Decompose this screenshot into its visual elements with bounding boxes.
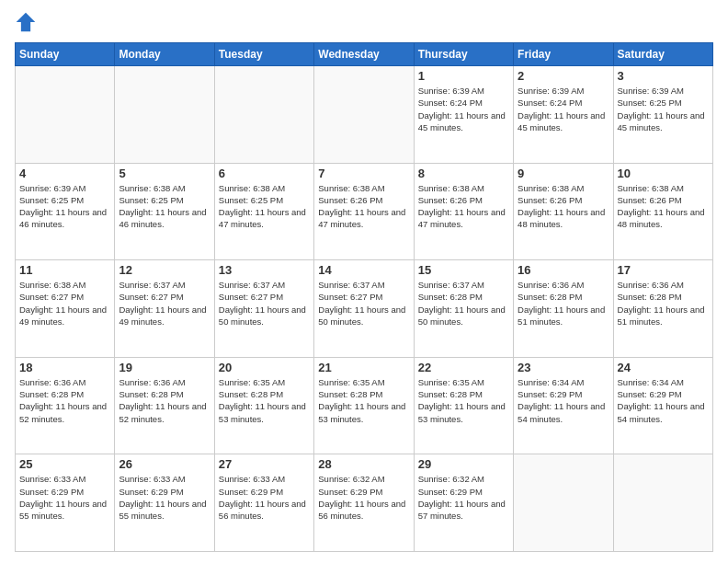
calendar-cell: 7Sunrise: 6:38 AMSunset: 6:26 PMDaylight… <box>314 163 414 260</box>
sun-info: Sunrise: 6:33 AMSunset: 6:29 PMDaylight:… <box>219 473 310 522</box>
day-number: 1 <box>418 69 509 83</box>
sun-info: Sunrise: 6:34 AMSunset: 6:29 PMDaylight:… <box>518 376 609 425</box>
calendar-cell: 6Sunrise: 6:38 AMSunset: 6:25 PMDaylight… <box>214 163 313 260</box>
day-number: 7 <box>318 167 409 180</box>
day-number: 8 <box>418 167 509 180</box>
day-number: 23 <box>518 361 609 374</box>
day-number: 12 <box>119 263 210 277</box>
calendar-cell: 27Sunrise: 6:33 AMSunset: 6:29 PMDayligh… <box>214 454 313 552</box>
sun-info: Sunrise: 6:38 AMSunset: 6:27 PMDaylight:… <box>19 279 110 327</box>
calendar-cell: 16Sunrise: 6:36 AMSunset: 6:28 PMDayligh… <box>514 260 613 358</box>
calendar-cell: 21Sunrise: 6:35 AMSunset: 6:28 PMDayligh… <box>314 357 414 454</box>
calendar-cell <box>613 454 712 552</box>
sun-info: Sunrise: 6:39 AMSunset: 6:25 PMDaylight:… <box>618 85 709 133</box>
calendar-cell: 13Sunrise: 6:37 AMSunset: 6:27 PMDayligh… <box>214 260 313 358</box>
day-number: 27 <box>219 457 310 471</box>
weekday-header: Sunday <box>16 43 115 66</box>
calendar-cell: 2Sunrise: 6:39 AMSunset: 6:24 PMDaylight… <box>514 66 613 164</box>
logo-icon <box>15 11 37 33</box>
calendar-cell: 26Sunrise: 6:33 AMSunset: 6:29 PMDayligh… <box>115 454 214 552</box>
sun-info: Sunrise: 6:38 AMSunset: 6:26 PMDaylight:… <box>418 182 509 231</box>
sun-info: Sunrise: 6:36 AMSunset: 6:28 PMDaylight:… <box>618 279 709 327</box>
calendar-week-row: 11Sunrise: 6:38 AMSunset: 6:27 PMDayligh… <box>16 260 713 358</box>
day-number: 17 <box>618 263 709 277</box>
sun-info: Sunrise: 6:37 AMSunset: 6:27 PMDaylight:… <box>119 279 210 327</box>
day-number: 21 <box>318 361 409 374</box>
day-number: 18 <box>19 361 110 374</box>
sun-info: Sunrise: 6:37 AMSunset: 6:27 PMDaylight:… <box>318 279 409 327</box>
weekday-header: Saturday <box>613 43 712 66</box>
sun-info: Sunrise: 6:38 AMSunset: 6:26 PMDaylight:… <box>518 182 609 231</box>
calendar-cell: 1Sunrise: 6:39 AMSunset: 6:24 PMDaylight… <box>414 66 513 164</box>
day-number: 2 <box>518 69 609 83</box>
sun-info: Sunrise: 6:38 AMSunset: 6:25 PMDaylight:… <box>119 182 210 231</box>
sun-info: Sunrise: 6:36 AMSunset: 6:28 PMDaylight:… <box>119 376 210 425</box>
calendar-cell: 29Sunrise: 6:32 AMSunset: 6:29 PMDayligh… <box>414 454 513 552</box>
day-number: 25 <box>19 457 110 471</box>
weekday-header: Thursday <box>414 43 513 66</box>
calendar-week-row: 1Sunrise: 6:39 AMSunset: 6:24 PMDaylight… <box>16 66 713 164</box>
calendar-cell <box>214 66 313 164</box>
logo <box>15 11 40 33</box>
day-number: 11 <box>19 263 110 277</box>
svg-marker-0 <box>17 13 36 32</box>
calendar-cell: 25Sunrise: 6:33 AMSunset: 6:29 PMDayligh… <box>16 454 115 552</box>
calendar-cell: 11Sunrise: 6:38 AMSunset: 6:27 PMDayligh… <box>16 260 115 358</box>
sun-info: Sunrise: 6:34 AMSunset: 6:29 PMDaylight:… <box>618 376 709 425</box>
page: SundayMondayTuesdayWednesdayThursdayFrid… <box>0 0 728 563</box>
weekday-header: Tuesday <box>214 43 313 66</box>
calendar-cell: 5Sunrise: 6:38 AMSunset: 6:25 PMDaylight… <box>115 163 214 260</box>
day-number: 10 <box>618 167 709 180</box>
calendar-cell: 4Sunrise: 6:39 AMSunset: 6:25 PMDaylight… <box>16 163 115 260</box>
day-number: 29 <box>418 457 509 471</box>
sun-info: Sunrise: 6:39 AMSunset: 6:24 PMDaylight:… <box>418 85 509 133</box>
calendar-cell: 10Sunrise: 6:38 AMSunset: 6:26 PMDayligh… <box>613 163 712 260</box>
calendar-cell: 24Sunrise: 6:34 AMSunset: 6:29 PMDayligh… <box>613 357 712 454</box>
calendar-cell: 17Sunrise: 6:36 AMSunset: 6:28 PMDayligh… <box>613 260 712 358</box>
day-number: 20 <box>219 361 310 374</box>
calendar-cell: 8Sunrise: 6:38 AMSunset: 6:26 PMDaylight… <box>414 163 513 260</box>
sun-info: Sunrise: 6:38 AMSunset: 6:26 PMDaylight:… <box>618 182 709 231</box>
calendar-cell: 23Sunrise: 6:34 AMSunset: 6:29 PMDayligh… <box>514 357 613 454</box>
day-number: 6 <box>219 167 310 180</box>
sun-info: Sunrise: 6:37 AMSunset: 6:27 PMDaylight:… <box>219 279 310 327</box>
day-number: 4 <box>19 167 110 180</box>
calendar-cell: 22Sunrise: 6:35 AMSunset: 6:28 PMDayligh… <box>414 357 513 454</box>
calendar-cell: 19Sunrise: 6:36 AMSunset: 6:28 PMDayligh… <box>115 357 214 454</box>
day-number: 13 <box>219 263 310 277</box>
day-number: 22 <box>418 361 509 374</box>
day-number: 9 <box>518 167 609 180</box>
calendar-cell <box>314 66 414 164</box>
weekday-header: Monday <box>115 43 214 66</box>
sun-info: Sunrise: 6:37 AMSunset: 6:28 PMDaylight:… <box>418 279 509 327</box>
sun-info: Sunrise: 6:36 AMSunset: 6:28 PMDaylight:… <box>19 376 110 425</box>
sun-info: Sunrise: 6:33 AMSunset: 6:29 PMDaylight:… <box>119 473 210 522</box>
calendar-cell: 20Sunrise: 6:35 AMSunset: 6:28 PMDayligh… <box>214 357 313 454</box>
sun-info: Sunrise: 6:36 AMSunset: 6:28 PMDaylight:… <box>518 279 609 327</box>
day-number: 19 <box>119 361 210 374</box>
calendar-header-row: SundayMondayTuesdayWednesdayThursdayFrid… <box>16 43 713 66</box>
sun-info: Sunrise: 6:35 AMSunset: 6:28 PMDaylight:… <box>318 376 409 425</box>
calendar-cell: 3Sunrise: 6:39 AMSunset: 6:25 PMDaylight… <box>613 66 712 164</box>
day-number: 3 <box>618 69 709 83</box>
day-number: 28 <box>318 457 409 471</box>
day-number: 16 <box>518 263 609 277</box>
header <box>15 11 713 33</box>
weekday-header: Wednesday <box>314 43 414 66</box>
sun-info: Sunrise: 6:32 AMSunset: 6:29 PMDaylight:… <box>318 473 409 522</box>
weekday-header: Friday <box>514 43 613 66</box>
sun-info: Sunrise: 6:32 AMSunset: 6:29 PMDaylight:… <box>418 473 509 522</box>
sun-info: Sunrise: 6:33 AMSunset: 6:29 PMDaylight:… <box>19 473 110 522</box>
sun-info: Sunrise: 6:38 AMSunset: 6:26 PMDaylight:… <box>318 182 409 231</box>
calendar-week-row: 18Sunrise: 6:36 AMSunset: 6:28 PMDayligh… <box>16 357 713 454</box>
day-number: 26 <box>119 457 210 471</box>
sun-info: Sunrise: 6:39 AMSunset: 6:25 PMDaylight:… <box>19 182 110 231</box>
calendar-cell: 18Sunrise: 6:36 AMSunset: 6:28 PMDayligh… <box>16 357 115 454</box>
sun-info: Sunrise: 6:38 AMSunset: 6:25 PMDaylight:… <box>219 182 310 231</box>
day-number: 15 <box>418 263 509 277</box>
calendar-table: SundayMondayTuesdayWednesdayThursdayFrid… <box>15 42 713 552</box>
sun-info: Sunrise: 6:35 AMSunset: 6:28 PMDaylight:… <box>219 376 310 425</box>
calendar-cell: 28Sunrise: 6:32 AMSunset: 6:29 PMDayligh… <box>314 454 414 552</box>
calendar-cell <box>514 454 613 552</box>
calendar-cell <box>115 66 214 164</box>
